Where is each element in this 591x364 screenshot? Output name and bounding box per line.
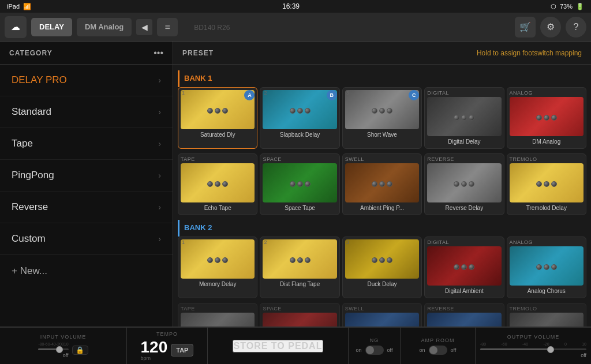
prev-arrow-button[interactable]: ◀ bbox=[136, 19, 152, 35]
sidebar-arrow-icon: › bbox=[158, 139, 161, 148]
delay-tab-label: DELAY bbox=[39, 22, 64, 31]
slot-num: 1 bbox=[182, 239, 185, 245]
tempo-value-display: 120 bpm bbox=[141, 339, 168, 361]
preset-saturated-dly[interactable]: 1 A Saturated Dly bbox=[178, 87, 257, 149]
category-header-title: CATEGORY bbox=[9, 49, 53, 57]
pedal-image-analogchorus bbox=[510, 246, 583, 286]
preset-duck-delay[interactable]: 3 Duck Delay bbox=[342, 237, 422, 298]
preset-name-echo: Echo Tape bbox=[181, 205, 255, 211]
toolbar-right: 🛒 ⚙ ? bbox=[515, 17, 586, 37]
lock-button[interactable]: 🔒 bbox=[72, 346, 88, 355]
question-icon: ? bbox=[574, 22, 579, 32]
sidebar-item-new[interactable]: + New... bbox=[0, 255, 173, 287]
preset-grid-bank2-row1: 1 Memory Delay 2 Dist Flang Tape 3 bbox=[178, 237, 586, 298]
help-button[interactable]: ? bbox=[566, 17, 586, 37]
amp-toggle-button[interactable] bbox=[429, 346, 447, 355]
preset-b2r2-1[interactable]: TAPE bbox=[178, 303, 257, 327]
settings-button[interactable]: ⚙ bbox=[540, 17, 561, 37]
preset-name-analog: DM Analog bbox=[510, 138, 583, 145]
sidebar-item-pingpong[interactable]: PingPong › bbox=[0, 160, 173, 192]
store-to-pedal-section: STORE TO PEDAL bbox=[208, 328, 349, 364]
preset-reverse-delay[interactable]: REVERSE Reverse Delay bbox=[424, 153, 504, 215]
tempo-section: TEMPO 120 bpm TAP bbox=[127, 328, 208, 364]
preset-scroll[interactable]: BANK 1 1 A Saturated Dly 2 B bbox=[173, 65, 591, 327]
amp-room-section: AMP ROOM on off bbox=[401, 328, 476, 364]
tempo-bpm-label: bpm bbox=[141, 355, 168, 361]
sidebar-header: CATEGORY ••• bbox=[0, 42, 173, 65]
preset-echo-tape[interactable]: TAPE Echo Tape bbox=[178, 153, 257, 215]
output-volume-track[interactable] bbox=[480, 348, 586, 350]
toolbar-spacer: BD140 R26 bbox=[182, 22, 510, 32]
preset-header-title: PRESET bbox=[182, 49, 214, 57]
tempo-label: TEMPO bbox=[156, 331, 178, 337]
battery-icon: 🔋 bbox=[576, 3, 584, 10]
preset-name-digital: Digital Delay bbox=[427, 138, 501, 145]
delay-tab[interactable]: DELAY bbox=[31, 18, 72, 36]
input-volume-track[interactable] bbox=[38, 348, 68, 350]
preset-tag-digital2: DIGITAL bbox=[427, 239, 501, 245]
sidebar-items: DELAY PRO › Standard › Tape › PingPong ›… bbox=[0, 65, 173, 327]
preset-analog-chorus[interactable]: ANALOG Analog Chorus bbox=[507, 237, 586, 298]
preset-name-tremolod: Tremolod Delay bbox=[510, 205, 583, 211]
preset-b2r2-5[interactable]: TREMOLO bbox=[507, 303, 586, 327]
preset-digital-ambient[interactable]: DIGITAL Digital Ambient bbox=[424, 237, 504, 298]
lock-icon: 🔒 bbox=[76, 346, 84, 354]
bluetooth-icon: ⬡ bbox=[551, 3, 556, 10]
input-volume-slider-container: -80-60-40-20010 off bbox=[38, 342, 68, 358]
preset-tag-reverse1: REVERSE bbox=[427, 156, 501, 162]
sidebar-arrow-icon: › bbox=[158, 171, 161, 180]
preset-tag-space2: SPACE bbox=[263, 306, 336, 312]
preset-tremolod-delay[interactable]: TREMOLO Tremolod Delay bbox=[507, 153, 586, 215]
preset-header: PRESET Hold to assign footswitch mapping bbox=[173, 42, 591, 65]
sidebar-item-standard[interactable]: Standard › bbox=[0, 96, 173, 128]
preset-short-wave[interactable]: 3 C Short Wave bbox=[342, 87, 422, 149]
bottom-bar: INPUT VOLUME -80-60-40-20010 off 🔒 TEMPO bbox=[0, 327, 591, 364]
cart-button[interactable]: 🛒 bbox=[515, 17, 536, 37]
preset-slapback-delay[interactable]: 2 B Slapback Delay bbox=[260, 87, 339, 149]
logo-button[interactable]: ☁ bbox=[5, 16, 27, 38]
slot-num: 2 bbox=[264, 90, 267, 96]
preset-dm-analog[interactable]: ANALOG DM Analog bbox=[507, 87, 586, 149]
preset-tag-space1: SPACE bbox=[263, 156, 336, 162]
pedal-image-reverse bbox=[427, 163, 501, 202]
battery-label: 73% bbox=[560, 3, 573, 10]
preset-tag-tape2: TAPE bbox=[181, 306, 255, 312]
preset-b2r2-3[interactable]: SWELL bbox=[342, 303, 422, 327]
sidebar-item-delay-pro-label: DELAY PRO bbox=[12, 74, 67, 86]
preset-b2r2-2[interactable]: SPACE bbox=[260, 303, 339, 327]
sidebar-item-delay-pro[interactable]: DELAY PRO › bbox=[0, 65, 173, 96]
preset-digital-delay[interactable]: DIGITAL Digital Delay bbox=[424, 87, 504, 149]
preset-tag-reverse2: REVERSE bbox=[427, 306, 501, 312]
pedal-image-saturated bbox=[181, 90, 255, 129]
slot-num: 3 bbox=[346, 239, 349, 245]
sidebar-item-reverse[interactable]: Reverse › bbox=[0, 192, 173, 223]
sidebar-item-custom[interactable]: Custom › bbox=[0, 223, 173, 255]
menu-button[interactable]: ≡ bbox=[157, 18, 178, 36]
preset-memory-delay[interactable]: 1 Memory Delay bbox=[178, 237, 257, 298]
preset-tag-analog: ANALOG bbox=[510, 90, 583, 96]
tempo-number: 120 bbox=[141, 339, 168, 355]
input-volume-label: INPUT VOLUME bbox=[40, 334, 86, 340]
preset-space-tape[interactable]: SPACE Space Tape bbox=[260, 153, 339, 215]
wifi-icon: 📶 bbox=[23, 3, 31, 10]
output-volume-slider-container: -80-60-40-20010 off bbox=[480, 342, 586, 358]
pedal-image-ambient bbox=[345, 163, 419, 202]
preset-name-shortwave: Short Wave bbox=[345, 132, 419, 138]
ng-toggle-button[interactable] bbox=[365, 346, 384, 355]
input-volume-section: INPUT VOLUME -80-60-40-20010 off 🔒 bbox=[0, 328, 127, 364]
preset-tab[interactable]: DM Analog bbox=[77, 18, 132, 36]
sidebar-item-tape[interactable]: Tape › bbox=[0, 128, 173, 160]
sidebar-item-reverse-label: Reverse bbox=[12, 201, 48, 213]
preset-tag-tape1: TAPE bbox=[181, 156, 255, 162]
time-display: 16:39 bbox=[282, 2, 300, 10]
preset-b2r2-4[interactable]: REVERSE bbox=[424, 303, 504, 327]
preset-tag-digital: DIGITAL bbox=[427, 90, 501, 96]
preset-ambient-ping[interactable]: SWELL Ambient Ping P... bbox=[342, 153, 422, 215]
preset-dist-flang[interactable]: 2 Dist Flang Tape bbox=[260, 237, 339, 298]
input-volume-ticks: -80-60-40-20010 bbox=[38, 342, 68, 346]
tap-button[interactable]: TAP bbox=[171, 344, 193, 357]
amp-room-label: AMP ROOM bbox=[421, 337, 455, 343]
category-options-button[interactable]: ••• bbox=[154, 48, 163, 58]
pedal-image-shortwave bbox=[345, 90, 419, 129]
store-to-pedal-button[interactable]: STORE TO PEDAL bbox=[233, 340, 324, 352]
